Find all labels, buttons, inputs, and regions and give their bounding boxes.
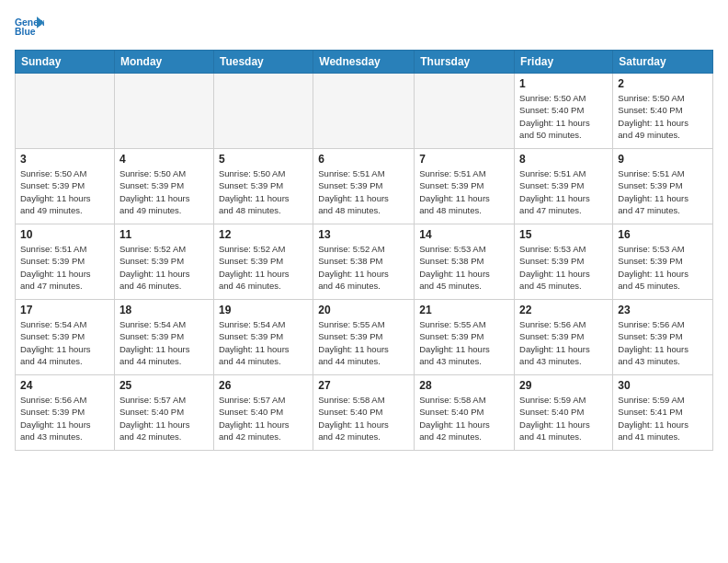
calendar: SundayMondayTuesdayWednesdayThursdayFrid… (15, 50, 713, 451)
day-info: Sunrise: 5:52 AM Sunset: 5:39 PM Dayligh… (219, 243, 308, 292)
day-number: 25 (119, 379, 209, 392)
calendar-cell: 29Sunrise: 5:59 AM Sunset: 5:40 PM Dayli… (515, 375, 613, 451)
calendar-cell: 16Sunrise: 5:53 AM Sunset: 5:39 PM Dayli… (613, 224, 713, 300)
calendar-cell: 30Sunrise: 5:59 AM Sunset: 5:41 PM Dayli… (613, 375, 713, 451)
weekday-header: Friday (515, 51, 613, 74)
calendar-cell: 3Sunrise: 5:50 AM Sunset: 5:39 PM Daylig… (16, 149, 115, 224)
day-info: Sunrise: 5:52 AM Sunset: 5:39 PM Dayligh… (119, 243, 209, 292)
calendar-cell: 19Sunrise: 5:54 AM Sunset: 5:39 PM Dayli… (213, 300, 313, 375)
day-info: Sunrise: 5:50 AM Sunset: 5:40 PM Dayligh… (618, 92, 708, 141)
day-number: 8 (519, 153, 608, 166)
calendar-cell (415, 74, 515, 149)
calendar-cell: 22Sunrise: 5:56 AM Sunset: 5:39 PM Dayli… (515, 300, 613, 375)
calendar-cell: 26Sunrise: 5:57 AM Sunset: 5:40 PM Dayli… (213, 375, 313, 451)
day-info: Sunrise: 5:50 AM Sunset: 5:40 PM Dayligh… (519, 92, 608, 141)
calendar-cell: 4Sunrise: 5:50 AM Sunset: 5:39 PM Daylig… (114, 149, 213, 224)
day-number: 2 (618, 77, 708, 90)
day-number: 18 (119, 304, 209, 316)
day-number: 1 (519, 77, 608, 90)
calendar-cell: 27Sunrise: 5:58 AM Sunset: 5:40 PM Dayli… (313, 375, 415, 451)
weekday-header: Monday (114, 51, 213, 74)
week-row: 1Sunrise: 5:50 AM Sunset: 5:40 PM Daylig… (16, 74, 713, 149)
day-info: Sunrise: 5:57 AM Sunset: 5:40 PM Dayligh… (119, 394, 209, 442)
calendar-cell: 1Sunrise: 5:50 AM Sunset: 5:40 PM Daylig… (515, 74, 613, 149)
day-info: Sunrise: 5:56 AM Sunset: 5:39 PM Dayligh… (519, 318, 608, 367)
day-info: Sunrise: 5:54 AM Sunset: 5:39 PM Dayligh… (20, 318, 109, 367)
calendar-cell: 13Sunrise: 5:52 AM Sunset: 5:38 PM Dayli… (313, 224, 415, 300)
day-info: Sunrise: 5:51 AM Sunset: 5:39 PM Dayligh… (318, 167, 409, 216)
day-number: 13 (318, 228, 409, 241)
day-info: Sunrise: 5:50 AM Sunset: 5:39 PM Dayligh… (219, 167, 308, 216)
day-info: Sunrise: 5:58 AM Sunset: 5:40 PM Dayligh… (419, 394, 509, 442)
day-info: Sunrise: 5:58 AM Sunset: 5:40 PM Dayligh… (318, 394, 409, 442)
calendar-cell: 9Sunrise: 5:51 AM Sunset: 5:39 PM Daylig… (613, 149, 713, 224)
calendar-cell: 23Sunrise: 5:56 AM Sunset: 5:39 PM Dayli… (613, 300, 713, 375)
day-info: Sunrise: 5:59 AM Sunset: 5:40 PM Dayligh… (519, 394, 608, 442)
day-number: 9 (618, 153, 708, 166)
day-number: 30 (618, 379, 708, 392)
day-number: 17 (20, 304, 109, 316)
calendar-cell: 25Sunrise: 5:57 AM Sunset: 5:40 PM Dayli… (114, 375, 213, 451)
day-info: Sunrise: 5:57 AM Sunset: 5:40 PM Dayligh… (219, 394, 308, 442)
day-info: Sunrise: 5:50 AM Sunset: 5:39 PM Dayligh… (119, 167, 209, 216)
day-number: 14 (419, 228, 509, 241)
header: General Blue (15, 15, 713, 40)
calendar-cell: 20Sunrise: 5:55 AM Sunset: 5:39 PM Dayli… (313, 300, 415, 375)
day-info: Sunrise: 5:54 AM Sunset: 5:39 PM Dayligh… (219, 318, 308, 367)
calendar-cell: 15Sunrise: 5:53 AM Sunset: 5:39 PM Dayli… (515, 224, 613, 300)
day-number: 10 (20, 228, 109, 241)
day-info: Sunrise: 5:50 AM Sunset: 5:39 PM Dayligh… (20, 167, 109, 216)
svg-text:Blue: Blue (15, 27, 36, 37)
calendar-cell: 12Sunrise: 5:52 AM Sunset: 5:39 PM Dayli… (213, 224, 313, 300)
day-info: Sunrise: 5:51 AM Sunset: 5:39 PM Dayligh… (519, 167, 608, 216)
calendar-cell: 6Sunrise: 5:51 AM Sunset: 5:39 PM Daylig… (313, 149, 415, 224)
day-number: 5 (219, 153, 308, 166)
calendar-cell: 8Sunrise: 5:51 AM Sunset: 5:39 PM Daylig… (515, 149, 613, 224)
day-info: Sunrise: 5:52 AM Sunset: 5:38 PM Dayligh… (318, 243, 409, 292)
calendar-cell: 21Sunrise: 5:55 AM Sunset: 5:39 PM Dayli… (415, 300, 515, 375)
day-number: 27 (318, 379, 409, 392)
calendar-cell: 14Sunrise: 5:53 AM Sunset: 5:38 PM Dayli… (415, 224, 515, 300)
calendar-cell: 10Sunrise: 5:51 AM Sunset: 5:39 PM Dayli… (16, 224, 115, 300)
day-number: 7 (419, 153, 509, 166)
calendar-cell: 11Sunrise: 5:52 AM Sunset: 5:39 PM Dayli… (114, 224, 213, 300)
weekday-header: Wednesday (313, 51, 415, 74)
day-number: 21 (419, 304, 509, 316)
calendar-cell (313, 74, 415, 149)
day-number: 6 (318, 153, 409, 166)
calendar-cell: 2Sunrise: 5:50 AM Sunset: 5:40 PM Daylig… (613, 74, 713, 149)
day-number: 15 (519, 228, 608, 241)
calendar-cell: 18Sunrise: 5:54 AM Sunset: 5:39 PM Dayli… (114, 300, 213, 375)
weekday-header: Sunday (16, 51, 115, 74)
day-number: 11 (119, 228, 209, 241)
day-number: 19 (219, 304, 308, 316)
weekday-header: Thursday (415, 51, 515, 74)
day-number: 22 (519, 304, 608, 316)
day-info: Sunrise: 5:55 AM Sunset: 5:39 PM Dayligh… (419, 318, 509, 367)
calendar-cell (114, 74, 213, 149)
day-number: 16 (618, 228, 708, 241)
day-number: 12 (219, 228, 308, 241)
day-info: Sunrise: 5:51 AM Sunset: 5:39 PM Dayligh… (618, 167, 708, 216)
day-info: Sunrise: 5:56 AM Sunset: 5:39 PM Dayligh… (20, 394, 109, 442)
week-row: 17Sunrise: 5:54 AM Sunset: 5:39 PM Dayli… (16, 300, 713, 375)
week-row: 3Sunrise: 5:50 AM Sunset: 5:39 PM Daylig… (16, 149, 713, 224)
calendar-cell: 17Sunrise: 5:54 AM Sunset: 5:39 PM Dayli… (16, 300, 115, 375)
day-number: 26 (219, 379, 308, 392)
logo-icon: General Blue (15, 15, 44, 40)
day-number: 29 (519, 379, 608, 392)
calendar-cell (16, 74, 115, 149)
day-number: 24 (20, 379, 109, 392)
calendar-cell: 7Sunrise: 5:51 AM Sunset: 5:39 PM Daylig… (415, 149, 515, 224)
calendar-cell (213, 74, 313, 149)
week-row: 24Sunrise: 5:56 AM Sunset: 5:39 PM Dayli… (16, 375, 713, 451)
day-number: 3 (20, 153, 109, 166)
day-info: Sunrise: 5:51 AM Sunset: 5:39 PM Dayligh… (419, 167, 509, 216)
logo: General Blue (15, 15, 44, 40)
week-row: 10Sunrise: 5:51 AM Sunset: 5:39 PM Dayli… (16, 224, 713, 300)
day-info: Sunrise: 5:54 AM Sunset: 5:39 PM Dayligh… (119, 318, 209, 367)
calendar-cell: 28Sunrise: 5:58 AM Sunset: 5:40 PM Dayli… (415, 375, 515, 451)
day-info: Sunrise: 5:59 AM Sunset: 5:41 PM Dayligh… (618, 394, 708, 442)
calendar-cell: 24Sunrise: 5:56 AM Sunset: 5:39 PM Dayli… (16, 375, 115, 451)
day-info: Sunrise: 5:51 AM Sunset: 5:39 PM Dayligh… (20, 243, 109, 292)
